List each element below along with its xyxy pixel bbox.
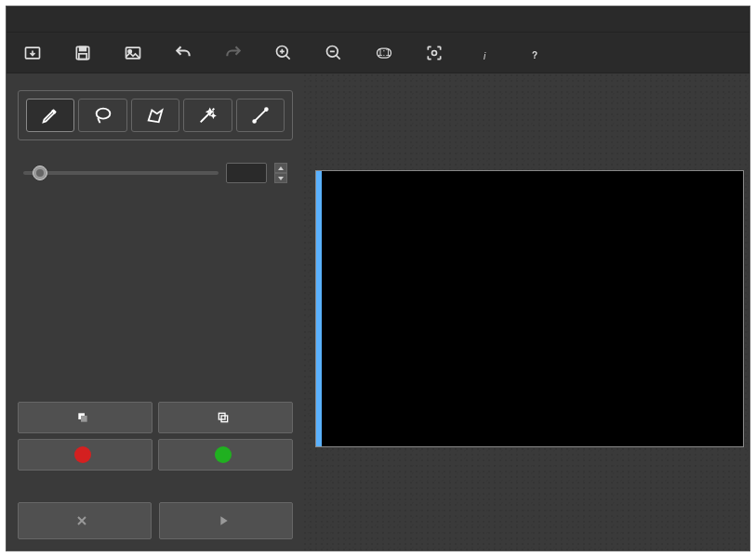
svg-point-14 xyxy=(253,120,256,123)
loaded-image[interactable] xyxy=(315,170,744,447)
deselect-button[interactable] xyxy=(158,402,293,433)
undo-button[interactable] xyxy=(168,38,198,68)
image-button[interactable] xyxy=(118,38,148,68)
tool-polygon[interactable] xyxy=(131,99,179,132)
menu-view[interactable] xyxy=(81,14,114,25)
red-circle-icon xyxy=(74,446,91,463)
brush-size-value[interactable] xyxy=(226,163,267,183)
main-toolbar: 1:1 i ? xyxy=(7,33,749,73)
brush-hint xyxy=(18,192,293,196)
clear-selection-button[interactable] xyxy=(18,502,152,539)
green-circle-icon xyxy=(215,446,232,463)
svg-text:?: ? xyxy=(532,49,537,60)
zoom-fit-button[interactable] xyxy=(419,38,449,68)
redo-button[interactable] xyxy=(219,38,248,68)
process-image-button[interactable] xyxy=(159,502,293,539)
sidebar xyxy=(7,73,304,550)
save-button[interactable] xyxy=(68,38,98,68)
menu-edit[interactable] xyxy=(47,14,81,25)
open-button[interactable] xyxy=(18,38,47,68)
tool-lasso[interactable] xyxy=(78,99,126,132)
svg-rect-2 xyxy=(80,46,86,50)
help-button[interactable]: ? xyxy=(520,38,550,68)
svg-point-10 xyxy=(432,50,437,55)
tool-line[interactable] xyxy=(236,99,285,132)
brush-size-slider[interactable] xyxy=(23,171,219,175)
menu-file[interactable] xyxy=(14,14,47,25)
canvas-area[interactable] xyxy=(304,73,749,550)
svg-rect-3 xyxy=(79,53,86,59)
zoom-actual-button[interactable]: 1:1 xyxy=(369,38,399,68)
svg-point-13 xyxy=(96,109,110,119)
svg-text:1:1: 1:1 xyxy=(378,46,391,57)
svg-text:i: i xyxy=(484,50,486,60)
tool-marker[interactable] xyxy=(26,99,74,132)
select-button[interactable] xyxy=(18,402,153,433)
zoom-in-button[interactable] xyxy=(269,38,298,68)
brush-size-up[interactable] xyxy=(274,163,287,173)
menu-help[interactable] xyxy=(114,14,148,25)
svg-point-15 xyxy=(265,108,268,111)
tools-panel xyxy=(18,90,293,140)
tool-magic[interactable] xyxy=(183,99,232,132)
menubar xyxy=(7,7,749,33)
brush-size-down[interactable] xyxy=(274,173,287,183)
ref-zone-button[interactable] xyxy=(158,439,293,471)
svg-rect-17 xyxy=(81,416,87,422)
app-window: 1:1 i ? xyxy=(6,6,750,551)
slider-thumb[interactable] xyxy=(33,166,47,180)
zoom-out-button[interactable] xyxy=(319,38,349,68)
info-button[interactable]: i xyxy=(470,38,499,68)
remove-zone-button[interactable] xyxy=(18,439,153,471)
